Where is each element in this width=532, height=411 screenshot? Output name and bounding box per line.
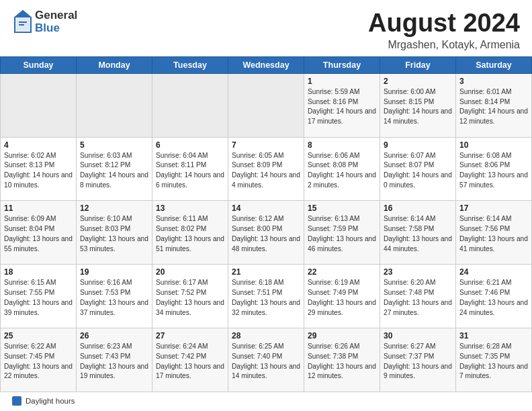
day-number: 6 (156, 140, 224, 150)
day-number: 14 (232, 203, 300, 213)
calendar-cell (152, 73, 228, 137)
day-info: Sunrise: 6:16 AM Sunset: 7:53 PM Dayligh… (80, 278, 148, 318)
month-title: August 2024 (368, 9, 520, 38)
day-info: Sunrise: 6:25 AM Sunset: 7:40 PM Dayligh… (232, 342, 300, 381)
day-of-week-header: Wednesday (228, 56, 304, 73)
day-of-week-header: Saturday (456, 56, 532, 73)
calendar-cell: 10Sunrise: 6:08 AM Sunset: 8:06 PM Dayli… (456, 137, 532, 201)
day-info: Sunrise: 6:04 AM Sunset: 8:11 PM Dayligh… (156, 151, 224, 191)
day-info: Sunrise: 6:20 AM Sunset: 7:48 PM Dayligh… (384, 278, 452, 318)
day-number: 5 (80, 140, 148, 150)
day-info: Sunrise: 6:14 AM Sunset: 7:56 PM Dayligh… (459, 214, 528, 254)
header-right: August 2024 Mrgashen, Kotayk, Armenia (368, 9, 520, 51)
logo: General Blue (12, 9, 77, 35)
day-number: 2 (384, 77, 452, 86)
footer-legend: Daylight hours (12, 396, 75, 406)
day-number: 4 (4, 140, 73, 150)
logo-icon (12, 9, 34, 35)
day-number: 25 (4, 331, 73, 340)
calendar-cell: 17Sunrise: 6:14 AM Sunset: 7:56 PM Dayli… (456, 201, 532, 265)
calendar-cell: 16Sunrise: 6:14 AM Sunset: 7:58 PM Dayli… (380, 201, 456, 265)
calendar-cell (77, 73, 152, 137)
calendar-cell: 9Sunrise: 6:07 AM Sunset: 8:07 PM Daylig… (380, 137, 456, 201)
calendar-cell: 5Sunrise: 6:03 AM Sunset: 8:12 PM Daylig… (77, 137, 152, 201)
day-number: 3 (459, 77, 528, 86)
day-info: Sunrise: 6:07 AM Sunset: 8:07 PM Dayligh… (384, 151, 452, 191)
day-number: 18 (4, 267, 73, 277)
day-number: 16 (384, 203, 452, 213)
day-info: Sunrise: 6:24 AM Sunset: 7:42 PM Dayligh… (156, 342, 224, 381)
calendar-cell: 15Sunrise: 6:13 AM Sunset: 7:59 PM Dayli… (304, 201, 380, 265)
day-info: Sunrise: 6:26 AM Sunset: 7:38 PM Dayligh… (308, 342, 376, 381)
day-number: 7 (232, 140, 300, 150)
calendar-week-row: 4Sunrise: 6:02 AM Sunset: 8:13 PM Daylig… (1, 137, 532, 201)
calendar-cell: 20Sunrise: 6:17 AM Sunset: 7:52 PM Dayli… (152, 265, 228, 328)
calendar-cell: 29Sunrise: 6:26 AM Sunset: 7:38 PM Dayli… (304, 328, 380, 392)
day-info: Sunrise: 5:59 AM Sunset: 8:16 PM Dayligh… (308, 87, 376, 127)
logo-general-text: General (35, 9, 77, 22)
location: Mrgashen, Kotayk, Armenia (368, 39, 520, 51)
day-of-week-header: Tuesday (152, 56, 228, 73)
day-number: 29 (308, 331, 376, 340)
calendar-table: SundayMondayTuesdayWednesdayThursdayFrid… (0, 56, 532, 392)
day-number: 23 (384, 267, 452, 277)
day-info: Sunrise: 6:28 AM Sunset: 7:35 PM Dayligh… (459, 342, 528, 381)
header: General Blue August 2024 Mrgashen, Kotay… (0, 0, 532, 56)
svg-rect-2 (19, 24, 24, 26)
footer: Daylight hours (0, 392, 532, 411)
svg-marker-0 (15, 16, 31, 31)
calendar-cell: 21Sunrise: 6:18 AM Sunset: 7:51 PM Dayli… (228, 265, 304, 328)
calendar-cell (1, 73, 77, 137)
calendar-cell: 1Sunrise: 5:59 AM Sunset: 8:16 PM Daylig… (304, 73, 380, 137)
calendar-cell: 4Sunrise: 6:02 AM Sunset: 8:13 PM Daylig… (1, 137, 77, 201)
day-number: 31 (459, 331, 528, 340)
calendar-header: SundayMondayTuesdayWednesdayThursdayFrid… (1, 56, 532, 73)
day-info: Sunrise: 6:05 AM Sunset: 8:09 PM Dayligh… (232, 151, 300, 191)
days-of-week-row: SundayMondayTuesdayWednesdayThursdayFrid… (1, 56, 532, 73)
calendar-week-row: 11Sunrise: 6:09 AM Sunset: 8:04 PM Dayli… (1, 201, 532, 265)
day-info: Sunrise: 6:13 AM Sunset: 7:59 PM Dayligh… (308, 214, 376, 254)
logo-blue-text: Blue (35, 22, 77, 35)
day-number: 10 (459, 140, 528, 150)
day-number: 20 (156, 267, 224, 277)
calendar-cell: 24Sunrise: 6:21 AM Sunset: 7:46 PM Dayli… (456, 265, 532, 328)
day-info: Sunrise: 6:06 AM Sunset: 8:08 PM Dayligh… (308, 151, 376, 191)
day-number: 8 (308, 140, 376, 150)
day-of-week-header: Sunday (1, 56, 77, 73)
svg-rect-1 (19, 21, 27, 23)
footer-legend-label: Daylight hours (26, 397, 75, 405)
calendar-week-row: 25Sunrise: 6:22 AM Sunset: 7:45 PM Dayli… (1, 328, 532, 392)
calendar-cell: 28Sunrise: 6:25 AM Sunset: 7:40 PM Dayli… (228, 328, 304, 392)
calendar-cell (228, 73, 304, 137)
day-number: 12 (80, 203, 148, 213)
day-info: Sunrise: 6:15 AM Sunset: 7:55 PM Dayligh… (4, 278, 73, 318)
page: General Blue August 2024 Mrgashen, Kotay… (0, 0, 532, 411)
day-of-week-header: Friday (380, 56, 456, 73)
day-number: 24 (459, 267, 528, 277)
day-info: Sunrise: 6:11 AM Sunset: 8:02 PM Dayligh… (156, 214, 224, 254)
day-info: Sunrise: 6:18 AM Sunset: 7:51 PM Dayligh… (232, 278, 300, 318)
day-number: 28 (232, 331, 300, 340)
day-number: 9 (384, 140, 452, 150)
day-info: Sunrise: 6:17 AM Sunset: 7:52 PM Dayligh… (156, 278, 224, 318)
day-info: Sunrise: 6:00 AM Sunset: 8:15 PM Dayligh… (384, 87, 452, 127)
day-info: Sunrise: 6:23 AM Sunset: 7:43 PM Dayligh… (80, 342, 148, 381)
calendar-cell: 19Sunrise: 6:16 AM Sunset: 7:53 PM Dayli… (77, 265, 152, 328)
day-info: Sunrise: 6:27 AM Sunset: 7:37 PM Dayligh… (384, 342, 452, 381)
day-info: Sunrise: 6:08 AM Sunset: 8:06 PM Dayligh… (459, 151, 528, 191)
calendar-cell: 27Sunrise: 6:24 AM Sunset: 7:42 PM Dayli… (152, 328, 228, 392)
calendar-cell: 11Sunrise: 6:09 AM Sunset: 8:04 PM Dayli… (1, 201, 77, 265)
calendar-body: 1Sunrise: 5:59 AM Sunset: 8:16 PM Daylig… (1, 73, 532, 392)
day-number: 13 (156, 203, 224, 213)
calendar-cell: 31Sunrise: 6:28 AM Sunset: 7:35 PM Dayli… (456, 328, 532, 392)
day-info: Sunrise: 6:03 AM Sunset: 8:12 PM Dayligh… (80, 151, 148, 191)
calendar-cell: 25Sunrise: 6:22 AM Sunset: 7:45 PM Dayli… (1, 328, 77, 392)
day-info: Sunrise: 6:01 AM Sunset: 8:14 PM Dayligh… (459, 87, 528, 127)
calendar-cell: 3Sunrise: 6:01 AM Sunset: 8:14 PM Daylig… (456, 73, 532, 137)
day-of-week-header: Thursday (304, 56, 380, 73)
calendar-cell: 6Sunrise: 6:04 AM Sunset: 8:11 PM Daylig… (152, 137, 228, 201)
day-info: Sunrise: 6:14 AM Sunset: 7:58 PM Dayligh… (384, 214, 452, 254)
day-number: 15 (308, 203, 376, 213)
calendar-cell: 22Sunrise: 6:19 AM Sunset: 7:49 PM Dayli… (304, 265, 380, 328)
day-number: 30 (384, 331, 452, 340)
